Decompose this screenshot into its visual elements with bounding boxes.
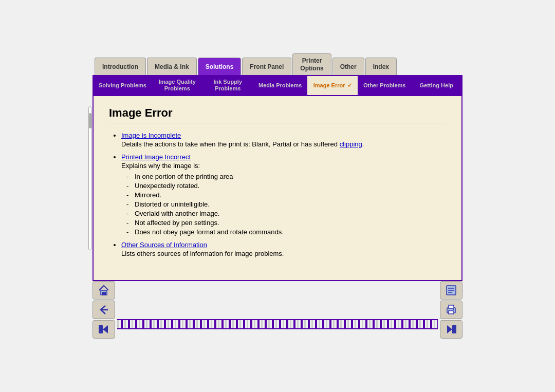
contents-button[interactable] [440, 281, 462, 300]
sub-list-item: Does not obey page format and rotate com… [126, 228, 446, 236]
sub-list-item: Not affected by pen settings. [126, 219, 446, 227]
sub-list-item: In one portion of the printing area [126, 173, 446, 180]
tab-introduction[interactable]: Introduction [95, 58, 146, 75]
checkmark-icon: ✓ [347, 82, 352, 89]
subtab-getting-help[interactable]: Getting Help [411, 76, 461, 95]
list-item: Printed Image Incorrect Explains why the… [121, 153, 446, 236]
main-tab-bar: Introduction Media & Ink Solutions Front… [92, 53, 462, 75]
svg-rect-11 [452, 325, 456, 333]
sub-list-item: Distorted or unintelligible. [126, 200, 446, 208]
subtab-image-error[interactable]: Image Error ✓ [307, 76, 358, 95]
svg-rect-9 [449, 311, 454, 314]
subtab-image-quality[interactable]: Image QualityProblems [152, 76, 202, 95]
svg-rect-8 [449, 305, 454, 308]
content-list: Image is Incomplete Details the actions … [109, 132, 446, 257]
subtab-solving-problems[interactable]: Solving Problems [94, 76, 152, 95]
next-icon [445, 323, 457, 335]
list-item: Other Sources of Information Lists other… [121, 241, 446, 257]
print-icon [445, 304, 457, 316]
item-description: Details the actions to take when the pri… [121, 140, 446, 148]
sub-list: In one portion of the printing area Unex… [126, 173, 446, 236]
tab-printer-options[interactable]: PrinterOptions [292, 53, 331, 75]
prev-icon [98, 323, 110, 335]
sub-list-item: Unexpectedly rotated. [126, 182, 446, 190]
main-container: Introduction Media & Ink Solutions Front… [92, 53, 462, 338]
home-button[interactable] [92, 281, 115, 300]
link-image-incomplete[interactable]: Image is Incomplete [121, 132, 181, 139]
subtab-ink-supply[interactable]: Ink SupplyProblems [202, 76, 253, 95]
subtab-image-error-label: Image Error [313, 82, 345, 89]
svg-rect-2 [99, 325, 103, 333]
tab-index[interactable]: Index [365, 58, 397, 75]
link-clipping[interactable]: clipping [340, 140, 362, 148]
tab-solutions[interactable]: Solutions [198, 58, 242, 75]
svg-rect-1 [102, 292, 105, 295]
svg-point-10 [453, 309, 454, 310]
home-icon [98, 284, 110, 296]
nav-buttons-left [92, 281, 115, 339]
link-printed-image-incorrect[interactable]: Printed Image Incorrect [121, 153, 191, 161]
subtab-other-problems[interactable]: Other Problems [358, 76, 411, 95]
subtab-media-problems[interactable]: Media Problems [253, 76, 307, 95]
prev-button[interactable] [92, 320, 115, 339]
spiral-binding [117, 319, 438, 329]
tab-front-panel[interactable]: Front Panel [242, 58, 291, 75]
link-other-sources[interactable]: Other Sources of Information [121, 241, 207, 249]
period: . [362, 140, 364, 148]
content-area: Image Error Image is Incomplete Details … [92, 96, 462, 281]
scrollbar-track[interactable] [88, 106, 91, 250]
list-item: Image is Incomplete Details the actions … [121, 132, 446, 148]
sub-list-item: Mirrored. [126, 191, 446, 199]
tab-other[interactable]: Other [332, 58, 364, 75]
sub-list-item: Overlaid with another image. [126, 210, 446, 217]
tab-media-ink[interactable]: Media & Ink [147, 58, 197, 75]
scrollbar-thumb [89, 113, 92, 128]
nav-buttons-right [440, 281, 462, 339]
contents-icon [445, 284, 457, 296]
bottom-nav [92, 281, 462, 339]
item-description: Lists others sources of information for … [121, 250, 446, 257]
page-title: Image Error [109, 106, 446, 123]
item-description: Explains why the image is: [121, 162, 446, 170]
back-icon [98, 304, 110, 316]
print-button[interactable] [440, 301, 462, 319]
next-button[interactable] [440, 320, 462, 339]
back-button[interactable] [92, 301, 115, 319]
sub-tab-bar: Solving Problems Image QualityProblems I… [92, 75, 462, 96]
